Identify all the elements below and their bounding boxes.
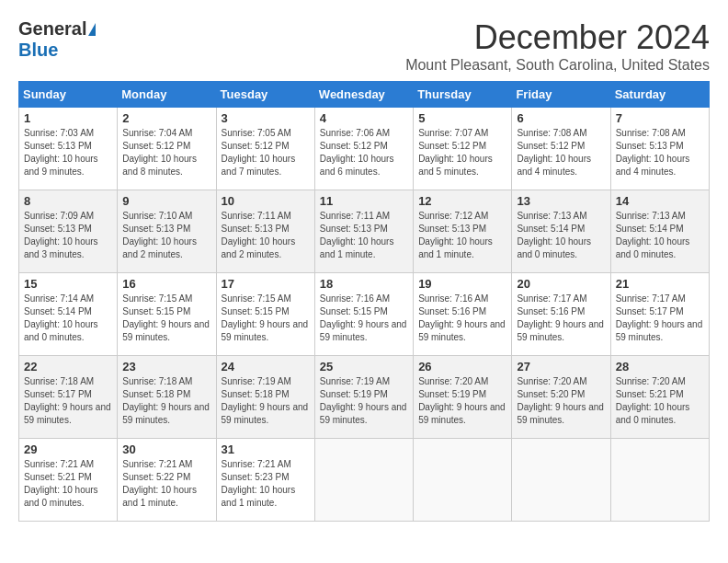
- sunset-text: Sunset: 5:15 PM: [122, 306, 190, 316]
- calendar-cell: 19 Sunrise: 7:16 AM Sunset: 5:16 PM Dayl…: [414, 273, 512, 356]
- sunrise-text: Sunrise: 7:10 AM: [122, 211, 192, 221]
- day-info: Sunrise: 7:11 AM Sunset: 5:13 PM Dayligh…: [320, 210, 408, 261]
- sunrise-text: Sunrise: 7:05 AM: [222, 128, 291, 138]
- sunset-text: Sunset: 5:13 PM: [24, 224, 92, 234]
- day-info: Sunrise: 7:20 AM Sunset: 5:20 PM Dayligh…: [517, 375, 605, 427]
- sunrise-text: Sunrise: 7:08 AM: [616, 128, 686, 138]
- day-number: 14: [616, 194, 704, 208]
- day-number: 12: [418, 194, 506, 208]
- weekday-header-wednesday: Wednesday: [314, 82, 413, 108]
- sunrise-text: Sunrise: 7:15 AM: [122, 293, 192, 304]
- calendar-cell: 22 Sunrise: 7:18 AM Sunset: 5:17 PM Dayl…: [19, 356, 118, 439]
- sunrise-text: Sunrise: 7:20 AM: [517, 376, 586, 386]
- calendar-cell: 18 Sunrise: 7:16 AM Sunset: 5:15 PM Dayl…: [314, 273, 413, 356]
- sunrise-text: Sunrise: 7:16 AM: [418, 293, 488, 304]
- calendar-cell: 20 Sunrise: 7:17 AM Sunset: 5:16 PM Dayl…: [512, 273, 610, 356]
- day-number: 21: [616, 277, 704, 291]
- sunset-text: Sunset: 5:14 PM: [24, 306, 92, 316]
- day-info: Sunrise: 7:13 AM Sunset: 5:14 PM Dayligh…: [616, 210, 704, 261]
- day-number: 29: [24, 442, 112, 456]
- calendar-cell: 11 Sunrise: 7:11 AM Sunset: 5:13 PM Dayl…: [314, 190, 413, 273]
- day-info: Sunrise: 7:21 AM Sunset: 5:22 PM Dayligh…: [122, 458, 210, 510]
- day-number: 9: [122, 194, 210, 208]
- daylight-text: Daylight: 9 hours and 59 minutes.: [320, 319, 407, 342]
- sunset-text: Sunset: 5:16 PM: [418, 306, 486, 316]
- sunrise-text: Sunrise: 7:20 AM: [418, 376, 488, 386]
- day-number: 5: [418, 111, 506, 125]
- sunrise-text: Sunrise: 7:07 AM: [418, 128, 488, 138]
- daylight-text: Daylight: 10 hours and 1 minute.: [320, 236, 394, 259]
- day-info: Sunrise: 7:20 AM Sunset: 5:19 PM Dayligh…: [418, 375, 506, 427]
- calendar-week-row: 29 Sunrise: 7:21 AM Sunset: 5:21 PM Dayl…: [19, 439, 710, 522]
- daylight-text: Daylight: 10 hours and 3 minutes.: [24, 236, 98, 259]
- day-info: Sunrise: 7:12 AM Sunset: 5:13 PM Dayligh…: [418, 210, 506, 261]
- calendar-cell: 7 Sunrise: 7:08 AM Sunset: 5:13 PM Dayli…: [610, 108, 709, 190]
- weekday-header-saturday: Saturday: [610, 82, 709, 108]
- calendar-cell: 9 Sunrise: 7:10 AM Sunset: 5:13 PM Dayli…: [118, 190, 216, 273]
- sunset-text: Sunset: 5:21 PM: [24, 472, 92, 482]
- sunrise-text: Sunrise: 7:19 AM: [320, 376, 390, 386]
- sunset-text: Sunset: 5:15 PM: [320, 306, 388, 316]
- daylight-text: Daylight: 9 hours and 59 minutes.: [222, 402, 309, 425]
- day-info: Sunrise: 7:08 AM Sunset: 5:13 PM Dayligh…: [616, 127, 704, 178]
- calendar-cell: 24 Sunrise: 7:19 AM Sunset: 5:18 PM Dayl…: [216, 356, 314, 439]
- sunset-text: Sunset: 5:13 PM: [320, 224, 388, 234]
- day-info: Sunrise: 7:14 AM Sunset: 5:14 PM Dayligh…: [24, 293, 112, 344]
- sunrise-text: Sunrise: 7:11 AM: [320, 211, 390, 221]
- weekday-header-sunday: Sunday: [19, 82, 118, 108]
- daylight-text: Daylight: 9 hours and 59 minutes.: [418, 319, 506, 342]
- daylight-text: Daylight: 9 hours and 59 minutes.: [616, 319, 703, 342]
- calendar-cell: 8 Sunrise: 7:09 AM Sunset: 5:13 PM Dayli…: [19, 190, 118, 273]
- daylight-text: Daylight: 10 hours and 0 minutes.: [24, 485, 98, 508]
- calendar-cell: 3 Sunrise: 7:05 AM Sunset: 5:12 PM Dayli…: [216, 108, 314, 190]
- daylight-text: Daylight: 10 hours and 0 minutes.: [616, 402, 690, 425]
- calendar-week-row: 1 Sunrise: 7:03 AM Sunset: 5:13 PM Dayli…: [19, 108, 710, 190]
- sunset-text: Sunset: 5:12 PM: [517, 141, 585, 151]
- calendar-cell: [414, 439, 512, 522]
- logo-blue-text: Blue: [18, 40, 58, 61]
- day-number: 30: [122, 442, 210, 456]
- daylight-text: Daylight: 9 hours and 59 minutes.: [517, 402, 604, 425]
- weekday-header-friday: Friday: [512, 82, 610, 108]
- day-info: Sunrise: 7:07 AM Sunset: 5:12 PM Dayligh…: [418, 127, 506, 178]
- sunrise-text: Sunrise: 7:18 AM: [24, 376, 94, 386]
- sunrise-text: Sunrise: 7:17 AM: [616, 293, 686, 304]
- day-info: Sunrise: 7:03 AM Sunset: 5:13 PM Dayligh…: [24, 127, 112, 178]
- day-info: Sunrise: 7:15 AM Sunset: 5:15 PM Dayligh…: [122, 293, 210, 344]
- calendar-cell: 12 Sunrise: 7:12 AM Sunset: 5:13 PM Dayl…: [414, 190, 512, 273]
- day-info: Sunrise: 7:13 AM Sunset: 5:14 PM Dayligh…: [517, 210, 605, 261]
- day-info: Sunrise: 7:17 AM Sunset: 5:16 PM Dayligh…: [517, 293, 605, 344]
- calendar-week-row: 15 Sunrise: 7:14 AM Sunset: 5:14 PM Dayl…: [19, 273, 710, 356]
- day-info: Sunrise: 7:21 AM Sunset: 5:23 PM Dayligh…: [222, 458, 310, 510]
- daylight-text: Daylight: 10 hours and 0 minutes.: [517, 236, 591, 259]
- month-title: December 2024: [405, 18, 710, 57]
- day-number: 31: [222, 442, 310, 456]
- calendar-cell: 25 Sunrise: 7:19 AM Sunset: 5:19 PM Dayl…: [314, 356, 413, 439]
- sunrise-text: Sunrise: 7:11 AM: [222, 211, 291, 221]
- title-section: December 2024 Mount Pleasant, South Caro…: [405, 18, 710, 74]
- sunrise-text: Sunrise: 7:09 AM: [24, 211, 94, 221]
- header: General Blue December 2024 Mount Pleasan…: [18, 18, 710, 74]
- daylight-text: Daylight: 10 hours and 1 minute.: [418, 236, 493, 259]
- day-info: Sunrise: 7:16 AM Sunset: 5:15 PM Dayligh…: [320, 293, 408, 344]
- day-info: Sunrise: 7:18 AM Sunset: 5:18 PM Dayligh…: [122, 375, 210, 427]
- sunset-text: Sunset: 5:22 PM: [122, 472, 190, 482]
- day-info: Sunrise: 7:17 AM Sunset: 5:17 PM Dayligh…: [616, 293, 704, 344]
- daylight-text: Daylight: 9 hours and 59 minutes.: [222, 319, 309, 342]
- daylight-text: Daylight: 10 hours and 1 minute.: [122, 485, 197, 508]
- day-number: 7: [616, 111, 704, 125]
- sunrise-text: Sunrise: 7:20 AM: [616, 376, 686, 386]
- daylight-text: Daylight: 10 hours and 2 minutes.: [122, 236, 197, 259]
- calendar-cell: 27 Sunrise: 7:20 AM Sunset: 5:20 PM Dayl…: [512, 356, 610, 439]
- day-info: Sunrise: 7:04 AM Sunset: 5:12 PM Dayligh…: [122, 127, 210, 178]
- calendar-week-row: 22 Sunrise: 7:18 AM Sunset: 5:17 PM Dayl…: [19, 356, 710, 439]
- sunset-text: Sunset: 5:13 PM: [122, 224, 190, 234]
- sunrise-text: Sunrise: 7:21 AM: [24, 459, 94, 469]
- sunrise-text: Sunrise: 7:21 AM: [222, 459, 291, 469]
- sunset-text: Sunset: 5:13 PM: [222, 224, 290, 234]
- sunrise-text: Sunrise: 7:14 AM: [24, 293, 94, 304]
- day-number: 28: [616, 360, 704, 373]
- weekday-header-tuesday: Tuesday: [216, 82, 314, 108]
- calendar-cell: 6 Sunrise: 7:08 AM Sunset: 5:12 PM Dayli…: [512, 108, 610, 190]
- daylight-text: Daylight: 9 hours and 59 minutes.: [122, 319, 210, 342]
